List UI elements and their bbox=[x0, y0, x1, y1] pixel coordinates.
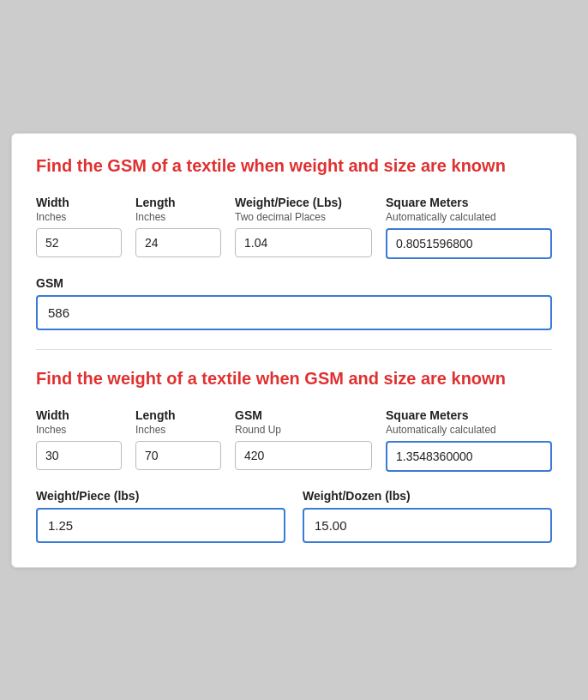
section1-fields-row: Width Inches Length Inches Weight/Piece … bbox=[36, 196, 552, 259]
section2-sqm-input[interactable] bbox=[386, 441, 552, 472]
section2-weight-dozen-input[interactable] bbox=[303, 508, 552, 543]
section1-length-sublabel: Inches bbox=[135, 211, 221, 223]
section1-width-input[interactable] bbox=[36, 228, 122, 257]
section1-gsm-input[interactable] bbox=[36, 295, 552, 330]
section1-length-input[interactable] bbox=[135, 228, 221, 257]
section2-gsm-group: GSM Round Up bbox=[235, 408, 372, 470]
section1-gsm-label: GSM bbox=[36, 276, 552, 290]
section2-width-sublabel: Inches bbox=[36, 424, 122, 436]
section2-weight-piece-label: Weight/Piece (lbs) bbox=[36, 489, 285, 503]
section2-bottom-row: Weight/Piece (lbs) Weight/Dozen (lbs) bbox=[36, 489, 552, 543]
section2-gsm-sublabel: Round Up bbox=[235, 424, 372, 436]
section1-sqm-input[interactable] bbox=[386, 228, 552, 259]
section1-weight-input[interactable] bbox=[235, 228, 372, 257]
section2-length-group: Length Inches bbox=[135, 408, 221, 470]
section2-title: Find the weight of a textile when GSM an… bbox=[36, 367, 552, 389]
section2-sqm-sublabel: Automatically calculated bbox=[386, 424, 552, 436]
section1-sqm-sublabel: Automatically calculated bbox=[386, 211, 552, 223]
section2-weight-piece-input[interactable] bbox=[36, 508, 285, 543]
section1: Find the GSM of a textile when weight an… bbox=[36, 154, 552, 330]
section1-sqm-label: Square Meters bbox=[386, 196, 552, 209]
section1-width-label: Width bbox=[36, 196, 122, 209]
section2-weight-dozen-group: Weight/Dozen (lbs) bbox=[303, 489, 552, 543]
section1-gsm-section: GSM bbox=[36, 276, 552, 330]
section2-length-sublabel: Inches bbox=[135, 424, 221, 436]
section2-sqm-group: Square Meters Automatically calculated bbox=[386, 408, 552, 472]
section1-weight-group: Weight/Piece (Lbs) Two decimal Places bbox=[235, 196, 372, 257]
section1-weight-sublabel: Two decimal Places bbox=[235, 211, 372, 223]
section2-width-label: Width bbox=[36, 408, 122, 422]
section2-length-input[interactable] bbox=[135, 441, 221, 470]
section1-sqm-group: Square Meters Automatically calculated bbox=[386, 196, 552, 259]
section2-weight-dozen-label: Weight/Dozen (lbs) bbox=[303, 489, 552, 503]
section2-gsm-label: GSM bbox=[235, 408, 372, 422]
section1-length-label: Length bbox=[135, 196, 221, 209]
section2-sqm-label: Square Meters bbox=[386, 408, 552, 422]
section1-width-group: Width Inches bbox=[36, 196, 122, 257]
section2-length-label: Length bbox=[135, 408, 221, 422]
section1-weight-label: Weight/Piece (Lbs) bbox=[235, 196, 372, 209]
section1-length-group: Length Inches bbox=[135, 196, 221, 257]
section2-fields-row: Width Inches Length Inches GSM Round Up … bbox=[36, 408, 552, 472]
section1-title: Find the GSM of a textile when weight an… bbox=[36, 154, 552, 177]
section2-gsm-input[interactable] bbox=[235, 441, 372, 470]
section2-weight-piece-group: Weight/Piece (lbs) bbox=[36, 489, 285, 543]
section2-width-input[interactable] bbox=[36, 441, 122, 470]
section2-width-group: Width Inches bbox=[36, 408, 122, 470]
section-divider bbox=[36, 349, 552, 350]
section1-width-sublabel: Inches bbox=[36, 211, 122, 223]
main-card: Find the GSM of a textile when weight an… bbox=[11, 133, 577, 568]
section2: Find the weight of a textile when GSM an… bbox=[36, 367, 552, 543]
